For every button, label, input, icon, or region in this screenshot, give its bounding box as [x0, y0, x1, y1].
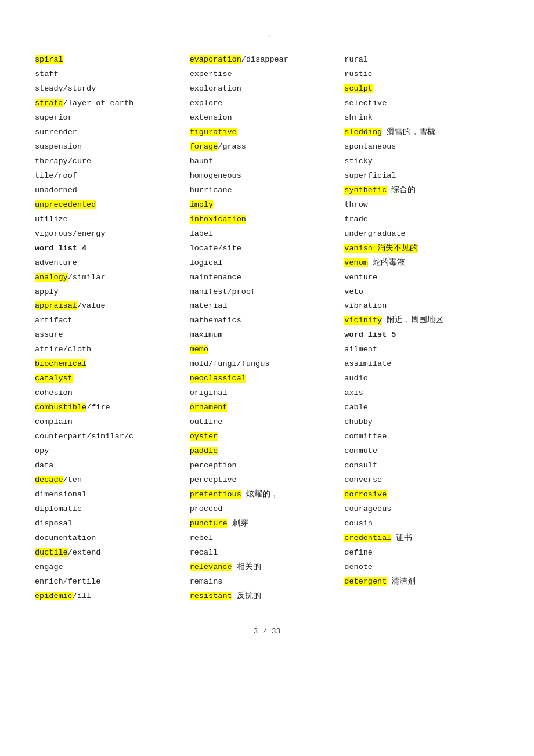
list-item: audio	[344, 372, 499, 386]
list-item: sledding 滑雪的，雪橇	[344, 125, 499, 140]
list-item: sculpt	[344, 82, 499, 96]
list-item: analogy/similar	[35, 271, 190, 285]
list-item: counterpart/similar/c	[35, 430, 190, 444]
highlighted-word: oyster	[190, 432, 218, 441]
list-item: epidemic/ill	[35, 589, 190, 604]
list-item: superficial	[344, 169, 499, 183]
highlighted-word: strata	[35, 99, 63, 107]
list-item: homogeneous	[190, 169, 345, 183]
highlighted-word: appraisal	[35, 301, 77, 310]
list-item: tile/roof	[35, 169, 190, 183]
list-item: cousin	[344, 517, 499, 531]
list-item: word list 5	[344, 328, 499, 343]
column-2: evaporation/disappearexpertiseexploratio…	[190, 53, 345, 604]
list-item: perceptive	[190, 473, 345, 488]
list-item: biochemical	[35, 357, 190, 372]
list-item: relevance 相关的	[190, 560, 345, 575]
highlighted-word: combustible	[35, 403, 86, 412]
list-item: adventure	[35, 256, 190, 271]
page-footer: 3 / 33	[35, 627, 499, 636]
list-item: oyster	[190, 430, 345, 444]
list-item: corrosive	[344, 488, 499, 502]
highlighted-word: figurative	[190, 128, 237, 136]
highlighted-word: paddle	[190, 447, 218, 455]
highlighted-word: sledding	[344, 128, 382, 136]
list-item: mold/fungi/fungus	[190, 357, 345, 372]
list-item: throw	[344, 198, 499, 213]
list-item: unadorned	[35, 183, 190, 198]
section-header: word list 4	[35, 244, 86, 253]
top-dot: .	[267, 31, 271, 39]
list-item: original	[190, 386, 345, 401]
highlighted-word: decade	[35, 476, 63, 484]
list-item: assure	[35, 328, 190, 343]
list-item: therapy/cure	[35, 154, 190, 169]
list-item: steady/sturdy	[35, 82, 190, 96]
list-item: ornament	[190, 401, 345, 415]
list-item: opy	[35, 444, 190, 459]
list-item: axis	[344, 386, 499, 401]
list-item: exploration	[190, 82, 345, 96]
highlighted-word: corrosive	[344, 490, 387, 499]
list-item: diplomatic	[35, 502, 190, 517]
highlighted-word: imply	[190, 200, 214, 209]
list-item: vibration	[344, 299, 499, 314]
list-item: logical	[190, 256, 345, 271]
column-1: spiralstaffsteady/sturdystrata/layer of …	[35, 53, 190, 604]
highlighted-word: ornament	[190, 403, 228, 412]
list-item: vigorous/energy	[35, 227, 190, 242]
list-item: haunt	[190, 154, 345, 169]
list-item: data	[35, 459, 190, 473]
list-item: disposal	[35, 517, 190, 531]
highlighted-word: pretentious	[190, 490, 241, 499]
column-3: ruralrusticsculptselectiveshrinksledding…	[344, 53, 499, 604]
list-item: credential 证书	[344, 531, 499, 546]
list-item: assimilate	[344, 357, 499, 372]
highlighted-word: catalyst	[35, 374, 73, 383]
highlighted-word: evaporation	[190, 55, 241, 64]
list-item: vicinity 附近，周围地区	[344, 314, 499, 328]
list-item: selective	[344, 96, 499, 111]
highlighted-word: analogy	[35, 273, 68, 282]
list-item: synthetic 综合的	[344, 183, 499, 198]
list-item: neoclassical	[190, 372, 345, 386]
list-item: ailment	[344, 343, 499, 357]
list-item: explore	[190, 96, 345, 111]
list-item: forage/grass	[190, 140, 345, 154]
content-area: spiralstaffsteady/sturdystrata/layer of …	[35, 53, 499, 604]
list-item: denote	[344, 560, 499, 575]
list-item: manifest/proof	[190, 285, 345, 300]
list-item: documentation	[35, 531, 190, 546]
page-number: 3 / 33	[254, 627, 281, 636]
list-item: cable	[344, 401, 499, 415]
list-item: veto	[344, 285, 499, 300]
list-item: surrender	[35, 125, 190, 140]
list-item: remains	[190, 575, 345, 589]
highlighted-word: puncture	[190, 519, 228, 528]
highlighted-word: forage	[190, 142, 218, 151]
highlighted-word: intoxication	[190, 215, 246, 224]
list-item: commute	[344, 444, 499, 459]
highlighted-word: detergent	[344, 577, 387, 586]
list-item: cohesion	[35, 386, 190, 401]
highlighted-word: unprecedented	[35, 200, 96, 209]
list-item: decade/ten	[35, 473, 190, 488]
list-item: extension	[190, 111, 345, 125]
highlighted-word: sculpt	[344, 84, 373, 93]
list-item: rebel	[190, 531, 345, 546]
highlighted-word: vicinity	[344, 316, 382, 325]
section-header: word list 5	[344, 330, 396, 339]
list-item: enrich/fertile	[35, 575, 190, 589]
list-item: paddle	[190, 444, 345, 459]
list-item: rustic	[344, 67, 499, 82]
list-item: perception	[190, 459, 345, 473]
highlighted-word: credential	[344, 534, 391, 542]
highlighted-word: relevance	[190, 563, 232, 571]
list-item: label	[190, 227, 345, 242]
list-item: trade	[344, 213, 499, 227]
list-item: shrink	[344, 111, 499, 125]
highlighted-word: biochemical	[35, 359, 86, 368]
list-item: artifact	[35, 314, 190, 328]
list-item: puncture 刺穿	[190, 517, 345, 531]
highlighted-word: memo	[190, 345, 208, 354]
